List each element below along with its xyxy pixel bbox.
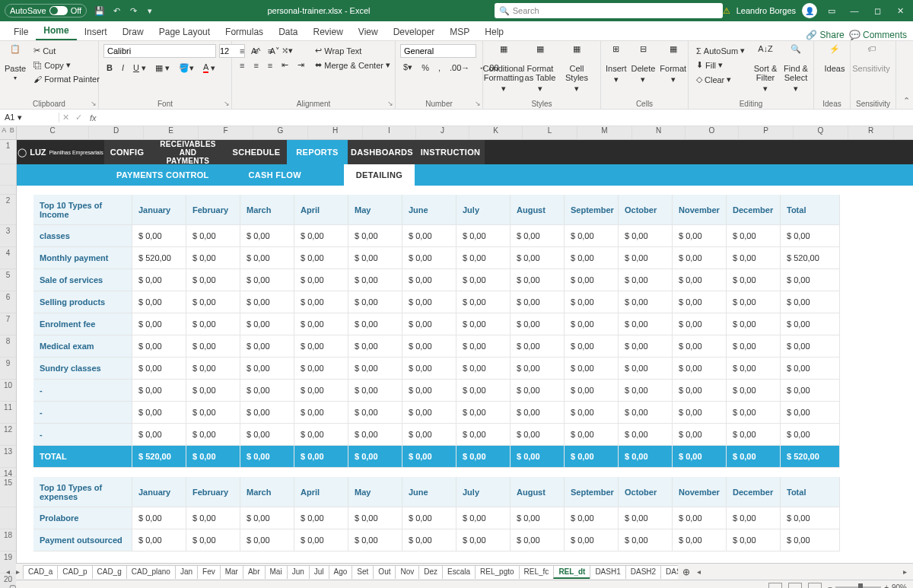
data-cell[interactable]: $ 0,00 (511, 247, 565, 269)
data-cell[interactable]: $ 0,00 (186, 291, 240, 313)
data-cell[interactable]: $ 0,00 (348, 424, 402, 446)
align-top-button[interactable]: ≡ (237, 45, 247, 57)
data-cell[interactable]: $ 0,00 (240, 291, 294, 313)
data-cell[interactable]: $ 0,00 (673, 380, 727, 402)
align-middle-button[interactable]: ≡ (250, 45, 261, 57)
data-cell[interactable]: $ 0,00 (619, 529, 673, 551)
col-header-R[interactable]: R (848, 126, 894, 139)
ideas-button[interactable]: ⚡Ideas (819, 44, 851, 73)
data-cell[interactable]: $ 0,00 (781, 225, 840, 247)
data-cell[interactable]: $ 0,00 (511, 335, 565, 358)
data-cell[interactable]: $ 0,00 (402, 269, 456, 291)
col-header-K[interactable]: K (469, 126, 523, 139)
data-cell[interactable]: $ 0,00 (348, 313, 402, 335)
col-header-C[interactable]: C (17, 126, 89, 139)
cut-button[interactable]: ✂Cut (30, 44, 103, 57)
sheet-tab-Out[interactable]: Out (373, 565, 396, 579)
data-cell[interactable]: $ 0,00 (565, 335, 619, 358)
data-cell[interactable]: $ 0,00 (565, 358, 619, 380)
data-cell[interactable]: $ 0,00 (511, 291, 565, 313)
data-cell[interactable]: $ 0,00 (186, 225, 240, 247)
search-box[interactable]: 🔍 Search (495, 3, 723, 18)
data-cell[interactable]: $ 0,00 (186, 402, 240, 424)
data-cell[interactable]: $ 0,00 (565, 247, 619, 269)
normal-view-button[interactable] (768, 583, 782, 589)
data-cell[interactable]: $ 0,00 (240, 225, 294, 247)
sheet-tab-REL_fc[interactable]: REL_fc (519, 565, 555, 579)
align-center-button[interactable]: ≡ (250, 59, 261, 72)
data-cell[interactable]: $ 0,00 (456, 291, 511, 313)
data-cell[interactable]: $ 0,00 (619, 225, 673, 247)
row-header-7[interactable]: 7 (0, 313, 16, 335)
comma-button[interactable]: , (435, 62, 444, 74)
row-header-18[interactable]: 18 (0, 529, 16, 551)
fx-icon[interactable]: fx (85, 113, 101, 122)
data-cell[interactable]: $ 0,00 (673, 247, 727, 269)
col-b[interactable]: B (8, 126, 17, 139)
data-cell[interactable]: $ 0,00 (619, 335, 673, 358)
data-cell[interactable]: $ 0,00 (673, 225, 727, 247)
sheet-tab-CAD_p[interactable]: CAD_p (57, 565, 92, 579)
data-cell[interactable]: $ 0,00 (511, 529, 565, 551)
page-break-view-button[interactable] (808, 583, 822, 589)
font-color-button[interactable]: A▾ (200, 61, 218, 75)
data-cell[interactable]: $ 0,00 (348, 507, 402, 529)
format-cells-button[interactable]: ▦Format▾ (660, 44, 686, 84)
data-cell[interactable]: $ 0,00 (456, 507, 511, 529)
data-cell[interactable]: $ 0,00 (240, 335, 294, 358)
data-cell[interactable]: $ 0,00 (348, 402, 402, 424)
sheet-tab-Escala[interactable]: Escala (442, 565, 476, 579)
menu-file[interactable]: File (6, 24, 36, 40)
data-cell[interactable]: $ 0,00 (402, 507, 456, 529)
sheet-tab-CAD_a[interactable]: CAD_a (23, 565, 58, 579)
data-cell[interactable]: $ 0,00 (132, 529, 186, 551)
data-cell[interactable]: $ 0,00 (186, 380, 240, 402)
borders-button[interactable]: ▦ ▾ (152, 62, 173, 75)
orientation-button[interactable]: ⤭▾ (278, 44, 296, 57)
data-cell[interactable]: $ 0,00 (294, 225, 348, 247)
collapse-ribbon-icon[interactable]: ⌃ (903, 96, 910, 106)
clipboard-launcher[interactable]: ↘ (91, 100, 97, 107)
sheet-tab-Mar[interactable]: Mar (220, 565, 243, 579)
data-cell[interactable]: $ 0,00 (294, 402, 348, 424)
data-cell[interactable]: $ 0,00 (619, 313, 673, 335)
menu-developer[interactable]: Developer (386, 24, 443, 40)
data-cell[interactable]: $ 0,00 (240, 313, 294, 335)
row-header-8[interactable]: 8 (0, 335, 16, 358)
insert-cells-button[interactable]: ⊞Insert▾ (606, 44, 627, 84)
number-launcher[interactable]: ↘ (475, 100, 481, 107)
data-cell[interactable]: $ 0,00 (186, 507, 240, 529)
zoom-in-button[interactable]: + (884, 583, 889, 588)
data-cell[interactable]: $ 0,00 (727, 225, 781, 247)
data-cell[interactable]: $ 0,00 (240, 358, 294, 380)
data-cell[interactable]: $ 0,00 (511, 507, 565, 529)
data-cell[interactable]: $ 0,00 (402, 380, 456, 402)
data-cell[interactable]: $ 0,00 (456, 380, 511, 402)
italic-button[interactable]: I (119, 62, 127, 74)
name-box[interactable]: A1 ▾ (0, 113, 59, 122)
data-cell[interactable]: $ 0,00 (132, 291, 186, 313)
row-header-14[interactable]: 14 (0, 468, 16, 477)
data-cell[interactable]: $ 0,00 (132, 313, 186, 335)
decrease-indent-button[interactable]: ⇤ (278, 59, 291, 72)
subtab-payments-control[interactable]: PAYMENTS CONTROL (104, 164, 221, 186)
data-cell[interactable]: $ 0,00 (186, 424, 240, 446)
col-header-F[interactable]: F (199, 126, 253, 139)
col-header-Q[interactable]: Q (794, 126, 848, 139)
data-cell[interactable]: $ 0,00 (619, 402, 673, 424)
data-cell[interactable]: $ 0,00 (565, 529, 619, 551)
sheet-tab-Ago[interactable]: Ago (329, 565, 353, 579)
fill-button[interactable]: ⬇ Fill ▾ (693, 59, 748, 72)
bold-button[interactable]: B (103, 62, 116, 74)
data-cell[interactable]: $ 0,00 (619, 269, 673, 291)
data-cell[interactable]: $ 0,00 (511, 313, 565, 335)
data-cell[interactable]: $ 0,00 (294, 269, 348, 291)
underline-button[interactable]: U ▾ (130, 62, 149, 75)
zoom-level[interactable]: 90% (892, 583, 907, 588)
data-cell[interactable]: $ 0,00 (673, 291, 727, 313)
menu-insert[interactable]: Insert (77, 24, 115, 40)
menu-home[interactable]: Home (36, 22, 76, 40)
menu-help[interactable]: Help (477, 24, 511, 40)
data-cell[interactable]: $ 0,00 (132, 380, 186, 402)
data-cell[interactable]: $ 0,00 (673, 529, 727, 551)
